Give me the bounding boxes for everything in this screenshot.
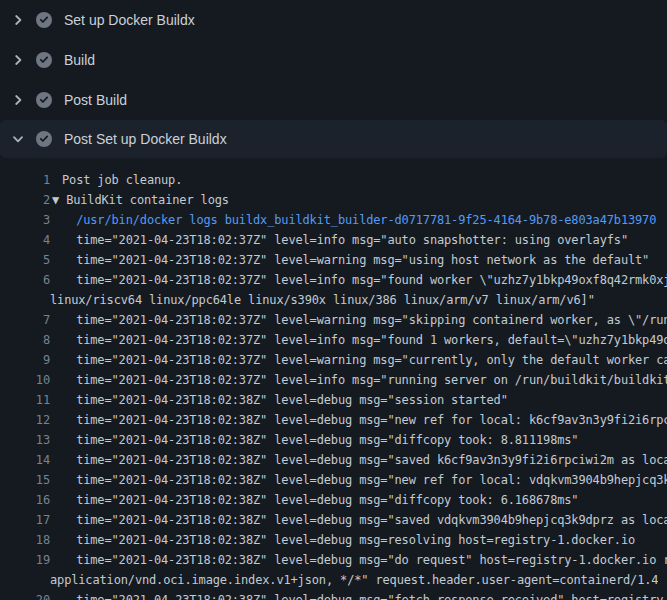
log-line[interactable]: 16 time="2021-04-23T18:02:38Z" level=deb… xyxy=(0,490,667,510)
step-label: Post Build xyxy=(64,92,127,108)
log-line-text: Post job cleanup. xyxy=(62,170,182,190)
log-line-number[interactable]: 19 xyxy=(0,550,50,570)
log-line-text: time="2021-04-23T18:02:38Z" level=debug … xyxy=(62,450,667,470)
log-line-text: time="2021-04-23T18:02:38Z" level=debug … xyxy=(62,530,635,550)
log-line[interactable]: 9 time="2021-04-23T18:02:37Z" level=warn… xyxy=(0,350,667,370)
log-line[interactable]: 20 time="2021-04-23T18:02:38Z" level=deb… xyxy=(0,590,667,600)
log-line-number[interactable] xyxy=(0,570,50,590)
log-line-number[interactable]: 7 xyxy=(0,310,50,330)
log-line-text: time="2021-04-23T18:02:37Z" level=warnin… xyxy=(62,250,649,270)
log-line-number[interactable]: 17 xyxy=(0,510,50,530)
step-label: Post Set up Docker Buildx xyxy=(64,131,227,147)
log-line-text: time="2021-04-23T18:02:38Z" level=debug … xyxy=(62,470,667,490)
log-line-text: time="2021-04-23T18:02:37Z" level=info m… xyxy=(62,330,667,350)
step-row-post-build[interactable]: Post Build xyxy=(0,80,667,120)
log-line-text: time="2021-04-23T18:02:37Z" level=warnin… xyxy=(62,350,667,370)
log-line-wrap-continuation[interactable]: application/vnd.oci.image.index.v1+json,… xyxy=(0,570,667,590)
log-line-number[interactable]: 8 xyxy=(0,330,50,350)
log-line[interactable]: 4 time="2021-04-23T18:02:37Z" level=info… xyxy=(0,230,667,250)
log-line[interactable]: 1 Post job cleanup. xyxy=(0,170,667,190)
check-circle-icon xyxy=(36,92,52,108)
log-line[interactable]: 14 time="2021-04-23T18:02:38Z" level=deb… xyxy=(0,450,667,470)
log-line-text: time="2021-04-23T18:02:38Z" level=debug … xyxy=(62,550,667,570)
log-line-number[interactable] xyxy=(0,290,50,310)
log-line[interactable]: 10 time="2021-04-23T18:02:37Z" level=inf… xyxy=(0,370,667,390)
check-circle-icon xyxy=(36,12,52,28)
log-line-number[interactable]: 15 xyxy=(0,470,50,490)
log-line-number[interactable]: 14 xyxy=(0,450,50,470)
chevron-down-icon[interactable] xyxy=(10,131,26,147)
log-line[interactable]: 12 time="2021-04-23T18:02:38Z" level=deb… xyxy=(0,410,667,430)
log-line-number[interactable]: 13 xyxy=(0,430,50,450)
log-line-number[interactable]: 10 xyxy=(0,370,50,390)
log-line-text: application/vnd.oci.image.index.v1+json,… xyxy=(50,570,658,590)
log-line[interactable]: 6 time="2021-04-23T18:02:37Z" level=info… xyxy=(0,270,667,290)
step-row-set-up-docker-buildx[interactable]: Set up Docker Buildx xyxy=(0,0,667,40)
log-line-number[interactable]: 20 xyxy=(0,590,50,600)
log-line[interactable]: 5 time="2021-04-23T18:02:37Z" level=warn… xyxy=(0,250,667,270)
log-line-number[interactable]: 3 xyxy=(0,210,50,230)
log-line[interactable]: 11 time="2021-04-23T18:02:38Z" level=deb… xyxy=(0,390,667,410)
log-line[interactable]: 8 time="2021-04-23T18:02:37Z" level=info… xyxy=(0,330,667,350)
log-line-text: time="2021-04-23T18:02:37Z" level=info m… xyxy=(62,370,667,390)
log-line-text: time="2021-04-23T18:02:38Z" level=debug … xyxy=(62,430,578,450)
log-line-number[interactable]: 12 xyxy=(0,410,50,430)
log-line[interactable]: 7 time="2021-04-23T18:02:37Z" level=warn… xyxy=(0,310,667,330)
step-row-post-set-up-docker-buildx[interactable]: Post Set up Docker Buildx xyxy=(0,120,667,158)
log-line[interactable]: 13 time="2021-04-23T18:02:38Z" level=deb… xyxy=(0,430,667,450)
check-circle-icon xyxy=(36,131,52,147)
log-line-text: time="2021-04-23T18:02:38Z" level=debug … xyxy=(62,410,667,430)
log-line-number[interactable]: 4 xyxy=(0,230,50,250)
log-line-text: time="2021-04-23T18:02:38Z" level=debug … xyxy=(62,390,508,410)
step-label: Set up Docker Buildx xyxy=(64,12,195,28)
chevron-right-icon[interactable] xyxy=(10,92,26,108)
log-line[interactable]: 17 time="2021-04-23T18:02:38Z" level=deb… xyxy=(0,510,667,530)
step-row-build[interactable]: Build xyxy=(0,40,667,80)
log-line-text: time="2021-04-23T18:02:38Z" level=debug … xyxy=(62,590,667,600)
log-line-number[interactable]: 2 xyxy=(0,190,50,210)
log-line-text: ▼ BuildKit container logs xyxy=(52,190,229,210)
chevron-right-icon[interactable] xyxy=(10,12,26,28)
step-label: Build xyxy=(64,52,95,68)
log-line-text: time="2021-04-23T18:02:37Z" level=warnin… xyxy=(62,310,667,330)
log-line-text: time="2021-04-23T18:02:38Z" level=debug … xyxy=(62,490,578,510)
log-viewer: 1 Post job cleanup. 2 ▼ BuildKit contain… xyxy=(0,158,667,600)
log-line[interactable]: 19 time="2021-04-23T18:02:38Z" level=deb… xyxy=(0,550,667,570)
log-line-text: time="2021-04-23T18:02:37Z" level=info m… xyxy=(62,270,667,290)
log-line-text: linux/riscv64 linux/ppc64le linux/s390x … xyxy=(50,290,595,310)
log-line-text: time="2021-04-23T18:02:37Z" level=info m… xyxy=(62,230,628,250)
log-line-text: time="2021-04-23T18:02:38Z" level=debug … xyxy=(62,510,667,530)
log-line-number[interactable]: 1 xyxy=(0,170,50,190)
log-line-number[interactable]: 18 xyxy=(0,530,50,550)
log-line-number[interactable]: 9 xyxy=(0,350,50,370)
chevron-right-icon[interactable] xyxy=(10,52,26,68)
log-line-text: /usr/bin/docker logs buildx_buildkit_bui… xyxy=(62,210,656,230)
log-line-number[interactable]: 5 xyxy=(0,250,50,270)
log-line-wrap-continuation[interactable]: linux/riscv64 linux/ppc64le linux/s390x … xyxy=(0,290,667,310)
log-group-header[interactable]: 2 ▼ BuildKit container logs xyxy=(0,190,667,210)
log-line[interactable]: 15 time="2021-04-23T18:02:38Z" level=deb… xyxy=(0,470,667,490)
log-line-command[interactable]: 3 /usr/bin/docker logs buildx_buildkit_b… xyxy=(0,210,667,230)
log-line[interactable]: 18 time="2021-04-23T18:02:38Z" level=deb… xyxy=(0,530,667,550)
log-line-number[interactable]: 11 xyxy=(0,390,50,410)
log-line-number[interactable]: 6 xyxy=(0,270,50,290)
log-line-number[interactable]: 16 xyxy=(0,490,50,510)
job-steps-list: Set up Docker Buildx Build P xyxy=(0,0,667,158)
check-circle-icon xyxy=(36,52,52,68)
